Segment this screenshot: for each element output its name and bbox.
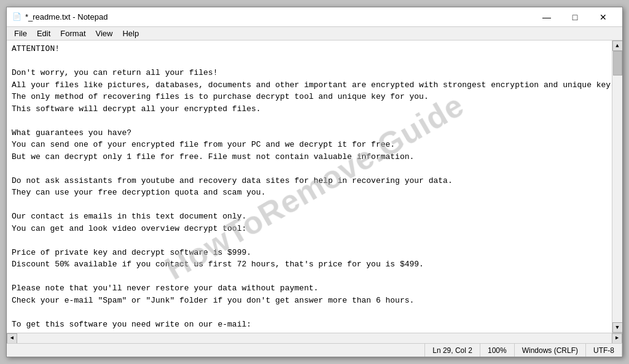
status-encoding: UTF-8 <box>586 344 622 357</box>
window-title: *_readme.txt - Notepad <box>25 12 533 21</box>
scroll-track[interactable] <box>612 51 622 322</box>
scroll-up-button[interactable]: ▲ <box>612 41 623 51</box>
editor-area: ATTENTION! Don't worry, you can return a… <box>7 41 622 333</box>
menu-edit[interactable]: Edit <box>32 27 55 41</box>
menu-format[interactable]: Format <box>55 27 90 41</box>
menu-file[interactable]: File <box>9 27 32 41</box>
status-empty <box>7 344 425 357</box>
menu-view[interactable]: View <box>91 27 118 41</box>
menu-help[interactable]: Help <box>117 27 144 41</box>
close-button[interactable]: ✕ <box>589 7 617 27</box>
app-icon: 📄 <box>12 12 21 22</box>
status-line-ending: Windows (CRLF) <box>515 344 586 357</box>
scroll-left-button[interactable]: ◄ <box>7 333 17 344</box>
horizontal-scrollbar[interactable]: ◄ ► <box>7 333 622 343</box>
scroll-h-track[interactable] <box>17 333 612 343</box>
minimize-button[interactable]: — <box>533 7 561 27</box>
status-bar: Ln 29, Col 2 100% Windows (CRLF) UTF-8 <box>7 343 622 357</box>
maximize-button[interactable]: □ <box>561 7 589 27</box>
text-editor[interactable]: ATTENTION! Don't worry, you can return a… <box>7 41 612 333</box>
menu-bar: File Edit Format View Help <box>7 27 622 41</box>
scroll-down-button[interactable]: ▼ <box>612 322 623 333</box>
status-zoom: 100% <box>480 344 515 357</box>
status-position: Ln 29, Col 2 <box>425 344 480 357</box>
scroll-right-button[interactable]: ► <box>612 333 622 344</box>
scroll-thumb[interactable] <box>613 51 622 76</box>
window-controls: — □ ✕ <box>533 7 617 27</box>
title-bar: 📄 *_readme.txt - Notepad — □ ✕ <box>7 7 622 27</box>
notepad-window: 📄 *_readme.txt - Notepad — □ ✕ File Edit… <box>6 7 623 357</box>
vertical-scrollbar[interactable]: ▲ ▼ <box>612 41 622 333</box>
